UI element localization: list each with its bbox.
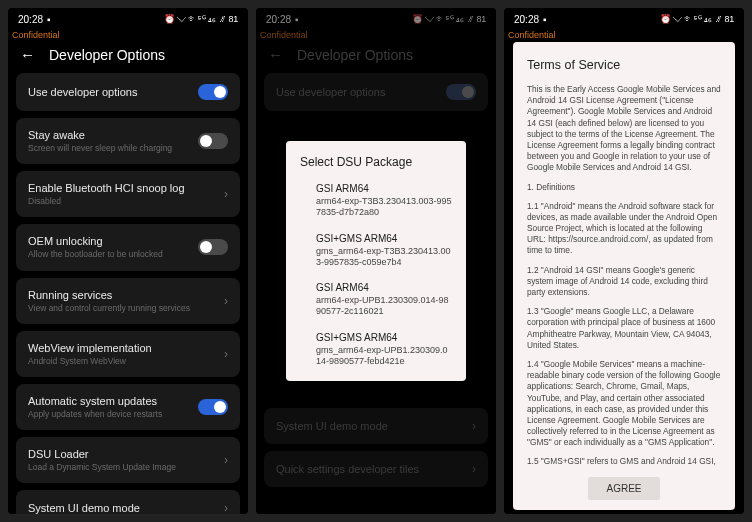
row-subtitle: Apply updates when device restarts	[28, 409, 198, 419]
package-name: GSI+GMS ARM64	[316, 332, 452, 343]
row-sysui-demo[interactable]: System UI demo mode ›	[16, 490, 240, 514]
package-id: arm64-exp-UPB1.230309.014-9890577-2c1160…	[316, 295, 452, 318]
chevron-right-icon: ›	[224, 453, 228, 467]
tos-paragraph: 1.1 "Android" means the Android software…	[527, 201, 721, 257]
dsu-package-option[interactable]: GSI+GMS ARM64 gms_arm64-exp-UPB1.230309.…	[300, 332, 452, 368]
package-id: gms_arm64-exp-T3B3.230413.003-9957835-c0…	[316, 246, 452, 269]
package-name: GSI ARM64	[316, 282, 452, 293]
chevron-right-icon: ›	[224, 294, 228, 308]
notif-dot: ▪	[47, 14, 51, 25]
row-title: OEM unlocking	[28, 235, 198, 247]
page-title: Developer Options	[49, 47, 165, 63]
phone-dev-options: 20:28▪ ⏰ ⌵ ᯤ ⁵ᴳ ₄₆ ⫽ 81 Confidential ← D…	[8, 8, 248, 514]
row-subtitle: Screen will never sleep while charging	[28, 143, 198, 153]
dsu-select-dialog: Select DSU Package GSI ARM64 arm64-exp-T…	[286, 141, 466, 381]
row-stay-awake[interactable]: Stay awakeScreen will never sleep while …	[16, 118, 240, 164]
row-subtitle: View and control currently running servi…	[28, 303, 220, 313]
status-bar: 20:28▪ ⏰ ⌵ ᯤ ⁵ᴳ ₄₆ ⫽ 81	[8, 8, 248, 30]
header: ← Developer Options	[8, 40, 248, 73]
package-name: GSI+GMS ARM64	[316, 233, 452, 244]
tos-body[interactable]: This is the Early Access Google Mobile S…	[527, 84, 721, 469]
toggle-stay-awake[interactable]	[198, 133, 228, 149]
status-time: 20:28	[18, 14, 43, 25]
toggle-oem[interactable]	[198, 239, 228, 255]
row-title: Running services	[28, 289, 220, 301]
tos-paragraph: This is the Early Access Google Mobile S…	[527, 84, 721, 174]
tos-title: Terms of Service	[527, 58, 721, 72]
chevron-right-icon: ›	[224, 501, 228, 514]
tos-paragraph: 1.3 "Google" means Google LLC, a Delawar…	[527, 306, 721, 351]
row-use-developer-options[interactable]: Use developer options	[16, 73, 240, 111]
row-title: Automatic system updates	[28, 395, 198, 407]
package-id: arm64-exp-T3B3.230413.003-9957835-d7b72a…	[316, 196, 452, 219]
tos-paragraph: 1.2 "Android 14 GSI" means Google's gene…	[527, 265, 721, 299]
settings-list: Use developer options Stay awakeScreen w…	[8, 73, 248, 514]
dsu-package-option[interactable]: GSI ARM64 arm64-exp-T3B3.230413.003-9957…	[300, 183, 452, 219]
row-auto-updates[interactable]: Automatic system updatesApply updates wh…	[16, 384, 240, 430]
row-running-services[interactable]: Running servicesView and control current…	[16, 278, 240, 324]
agree-button[interactable]: AGREE	[588, 477, 659, 500]
row-dsu-loader[interactable]: DSU LoaderLoad a Dynamic System Update I…	[16, 437, 240, 483]
toggle-use-dev[interactable]	[198, 84, 228, 100]
row-title: WebView implementation	[28, 342, 220, 354]
row-title: Use developer options	[28, 86, 198, 98]
tos-paragraph: 1.5 "GMS+GSI" refers to GMS and Android …	[527, 456, 721, 469]
row-subtitle: Load a Dynamic System Update Image	[28, 462, 220, 472]
tos-backdrop: Terms of Service This is the Early Acces…	[504, 8, 744, 514]
status-icons: ⏰ ⌵ ᯤ ⁵ᴳ ₄₆ ⫽ 81	[164, 14, 238, 24]
row-title: System UI demo mode	[28, 502, 220, 514]
package-id: gms_arm64-exp-UPB1.230309.014-9890577-fe…	[316, 345, 452, 368]
tos-paragraph: 1. Definitions	[527, 182, 721, 193]
row-title: Enable Bluetooth HCI snoop log	[28, 182, 220, 194]
row-title: Stay awake	[28, 129, 198, 141]
dialog-title: Select DSU Package	[300, 155, 452, 169]
package-name: GSI ARM64	[316, 183, 452, 194]
back-icon[interactable]: ←	[20, 46, 35, 63]
phone-tos: 20:28▪ ⏰ ⌵ ᯤ ⁵ᴳ ₄₆ ⫽ 81 Confidential Ter…	[504, 8, 744, 514]
confidential-label: Confidential	[8, 30, 248, 40]
row-bt-snoop[interactable]: Enable Bluetooth HCI snoop logDisabled ›	[16, 171, 240, 217]
dsu-package-option[interactable]: GSI ARM64 arm64-exp-UPB1.230309.014-9890…	[300, 282, 452, 318]
row-webview[interactable]: WebView implementationAndroid System Web…	[16, 331, 240, 377]
row-subtitle: Allow the bootloader to be unlocked	[28, 249, 198, 259]
toggle-auto-updates[interactable]	[198, 399, 228, 415]
phone-dsu-select: 20:28▪ ⏰ ⌵ ᯤ ⁵ᴳ ₄₆ ⫽ 81 Confidential ← D…	[256, 8, 496, 514]
chevron-right-icon: ›	[224, 347, 228, 361]
row-title: DSU Loader	[28, 448, 220, 460]
chevron-right-icon: ›	[224, 187, 228, 201]
modal-backdrop[interactable]: Select DSU Package GSI ARM64 arm64-exp-T…	[256, 8, 496, 514]
tos-dialog: Terms of Service This is the Early Acces…	[513, 42, 735, 510]
row-subtitle: Disabled	[28, 196, 220, 206]
dsu-package-option[interactable]: GSI+GMS ARM64 gms_arm64-exp-T3B3.230413.…	[300, 233, 452, 269]
row-oem-unlocking[interactable]: OEM unlockingAllow the bootloader to be …	[16, 224, 240, 270]
row-subtitle: Android System WebView	[28, 356, 220, 366]
tos-paragraph: 1.4 "Google Mobile Services" means a mac…	[527, 359, 721, 449]
